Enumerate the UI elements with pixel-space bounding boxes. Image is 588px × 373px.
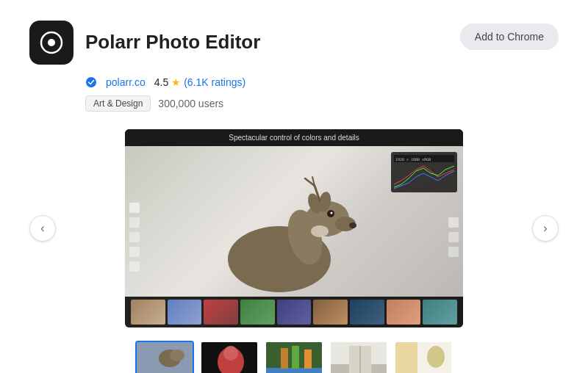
- app-title-text: Polarr Photo Editor: [85, 31, 260, 54]
- svg-point-37: [427, 346, 445, 368]
- right-toolbar: [448, 217, 459, 257]
- deer-svg: [184, 171, 404, 303]
- screenshot-title: Spectacular control of colors and detail…: [229, 134, 359, 142]
- rating-star: ★: [171, 76, 181, 88]
- thumbnail-3-image: [266, 342, 322, 373]
- svg-point-8: [349, 222, 356, 228]
- thumbnail-5[interactable]: [394, 341, 453, 373]
- screenshot-section: ‹ Spectacular control of colors and deta…: [29, 129, 559, 327]
- svg-point-16: [311, 225, 329, 237]
- thumbnail-2-image: [201, 342, 257, 373]
- svg-point-1: [48, 39, 55, 46]
- thumbnail-4[interactable]: [329, 341, 388, 373]
- svg-text:1920 × 1080 sRGB: 1920 × 1080 sRGB: [395, 157, 431, 162]
- thumbnail-row: [29, 341, 559, 373]
- thumbnail-5-image: [395, 342, 451, 373]
- tags-row: Art & Design 300,000 users: [85, 95, 559, 112]
- toolbar-icon-1: [129, 203, 140, 213]
- filmstrip-thumb-5: [277, 300, 312, 325]
- filmstrip-thumb-1: [131, 300, 165, 325]
- screenshot-content: 1920 × 1080 sRGB: [125, 146, 463, 327]
- svg-rect-29: [304, 350, 312, 369]
- toolbar-icon-4: [129, 247, 140, 257]
- nav-left-button[interactable]: ‹: [29, 215, 56, 242]
- filmstrip-thumb-6: [313, 300, 348, 325]
- screenshot-title-bar: Spectacular control of colors and detail…: [125, 129, 463, 146]
- thumbnail-1[interactable]: [135, 341, 194, 373]
- filmstrip-thumb-3: [204, 300, 238, 325]
- thumbnail-3[interactable]: [265, 341, 323, 373]
- right-toolbar-icon-1: [448, 217, 459, 228]
- category-tag: Art & Design: [85, 95, 151, 112]
- app-header: Polarr Photo Editor Add to Chrome: [29, 21, 559, 65]
- app-icon-svg: [38, 29, 65, 56]
- users-count: 300,000 users: [158, 98, 223, 109]
- histogram-svg: 1920 × 1080 sRGB: [394, 155, 454, 189]
- left-toolbar: [129, 203, 140, 272]
- filmstrip-thumb-7: [350, 300, 384, 325]
- filmstrip-thumb-8: [387, 300, 421, 325]
- histogram-overlay: 1920 × 1080 sRGB: [391, 152, 457, 192]
- svg-point-24: [223, 346, 238, 361]
- filmstrip-thumb-9: [423, 300, 457, 325]
- rating-value: 4.5: [154, 76, 168, 88]
- filmstrip-thumb-2: [168, 300, 202, 325]
- rating-container: 4.5 ★ (6.1K ratings): [154, 76, 246, 88]
- svg-rect-28: [292, 346, 299, 369]
- add-to-chrome-button[interactable]: Add to Chrome: [460, 23, 559, 50]
- svg-rect-27: [281, 348, 288, 369]
- publisher-link[interactable]: polarr.co: [106, 76, 146, 88]
- thumbnail-1-image: [137, 342, 193, 373]
- nav-right-button[interactable]: ›: [532, 215, 559, 242]
- verified-icon: [85, 76, 97, 88]
- svg-rect-35: [395, 342, 417, 373]
- meta-row: polarr.co 4.5 ★ (6.1K ratings): [85, 76, 559, 88]
- app-icon: [29, 21, 74, 65]
- right-toolbar-icon-3: [448, 247, 459, 257]
- rating-count-link[interactable]: (6.1K ratings): [184, 76, 245, 88]
- svg-point-10: [331, 211, 333, 214]
- toolbar-icon-2: [129, 217, 140, 228]
- app-info: Polarr Photo Editor: [29, 21, 260, 65]
- toolbar-icon-3: [129, 232, 140, 242]
- thumbnail-2[interactable]: [200, 341, 259, 373]
- filmstrip-thumb-4: [240, 300, 275, 325]
- filmstrip: [125, 297, 463, 327]
- page-container: Polarr Photo Editor Add to Chrome polarr…: [0, 0, 588, 373]
- svg-point-2: [86, 77, 96, 87]
- right-toolbar-icon-2: [448, 232, 459, 242]
- thumbnail-4-image: [331, 342, 387, 373]
- main-screenshot: Spectacular control of colors and detail…: [125, 129, 463, 327]
- toolbar-icon-5: [129, 261, 140, 272]
- svg-rect-26: [266, 368, 323, 373]
- svg-point-21: [170, 350, 184, 361]
